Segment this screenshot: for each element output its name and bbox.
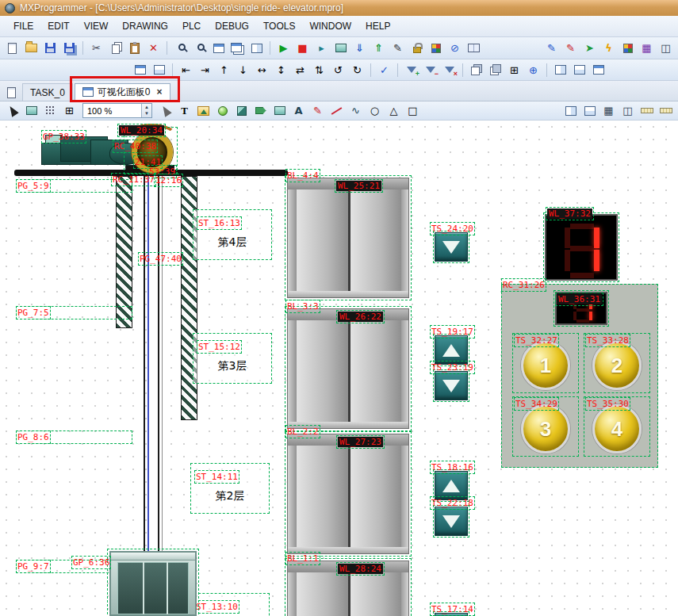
label-ts18[interactable]: TS_18:16 — [431, 462, 473, 473]
menu-drawing[interactable]: DRAWING — [115, 17, 175, 35]
distribute-vertical-button[interactable]: ⇅ — [310, 62, 328, 78]
part-tool-button[interactable] — [232, 102, 251, 119]
distribute-horizontal-button[interactable]: ⇄ — [291, 62, 309, 78]
label-wl26[interactable]: WL_26:22 — [338, 312, 383, 322]
design-canvas[interactable]: GP_38:33 WL_20:34 RC_40:38 21:41 53:39 R… — [0, 121, 678, 616]
dock-float-button[interactable] — [589, 62, 607, 78]
rect-tool-button[interactable]: □ — [404, 102, 422, 119]
label-ts24[interactable]: TS_24:20 — [431, 224, 473, 234]
pane-b-button[interactable] — [150, 62, 168, 78]
label-pg8[interactable]: PG_8:6 — [17, 432, 49, 442]
label-12-16[interactable]: 12:16 — [155, 175, 182, 186]
car-call-button-3[interactable]: 3 — [521, 404, 570, 453]
find-button[interactable] — [171, 40, 190, 56]
group-button[interactable]: ⊞ — [505, 62, 523, 78]
dock-left-button[interactable] — [551, 62, 569, 78]
find-next-button[interactable] — [190, 40, 209, 56]
label-gp38[interactable]: GP_38:33 — [43, 132, 85, 142]
confirm-button[interactable]: ✓ — [375, 62, 393, 78]
stop-button[interactable]: ■ — [293, 40, 312, 56]
menu-file[interactable]: FILE — [6, 17, 40, 35]
send-back-button[interactable] — [486, 62, 504, 78]
label-wl27[interactable]: WL_27:23 — [338, 437, 383, 447]
label-wl37[interactable]: WL_37:32 — [547, 209, 592, 219]
label-bl4[interactable]: BL_4:4 — [287, 170, 319, 181]
label-tool-button[interactable]: A — [289, 102, 308, 119]
table-view2-button[interactable]: ◫ — [619, 102, 637, 119]
polygon-tool-button[interactable]: △ — [385, 102, 403, 119]
open-button[interactable] — [22, 40, 40, 56]
label-rc11[interactable]: RC_11:37 — [113, 174, 155, 185]
label-pg7[interactable]: PG_7:5 — [17, 308, 49, 318]
write-plc-button[interactable]: ⇓ — [350, 40, 369, 56]
spin-down-icon[interactable]: ▼ — [142, 110, 151, 117]
paste-button[interactable] — [125, 40, 144, 56]
select-tool-button[interactable] — [3, 102, 21, 119]
rotate-left-button[interactable]: ↺ — [329, 62, 347, 78]
bring-front-button[interactable] — [467, 62, 485, 78]
image-tool-button[interactable] — [194, 102, 213, 119]
car-call-button-1[interactable]: 1 — [521, 341, 570, 390]
table2-button[interactable]: ◫ — [657, 40, 675, 56]
tab-close-button[interactable]: × — [157, 86, 163, 98]
menu-view[interactable]: VIEW — [77, 17, 116, 35]
app-icon[interactable] — [5, 3, 15, 13]
elevator-door-2[interactable] — [287, 434, 409, 554]
center-vertical-button[interactable]: ↕ — [272, 62, 290, 78]
pointer-green-button[interactable]: ➤ — [580, 40, 599, 56]
center-horizontal-button[interactable]: ↔ — [253, 62, 271, 78]
menu-edit[interactable]: EDIT — [40, 17, 76, 35]
table-button[interactable]: ▦ — [638, 40, 656, 56]
rotate-right-button[interactable]: ↻ — [348, 62, 366, 78]
hall-call-down-f2[interactable] — [435, 507, 468, 536]
help-button[interactable] — [465, 40, 483, 56]
label-pg5[interactable]: PG_5:9 — [17, 181, 49, 191]
read-plc-button[interactable]: ⇑ — [370, 40, 388, 56]
monitor-button[interactable] — [331, 40, 350, 56]
zoom-spinner[interactable]: ▲ ▼ — [141, 104, 151, 117]
delete-button[interactable]: ✕ — [144, 40, 163, 56]
filter-clear-button[interactable]: × — [440, 62, 458, 78]
ellipse-tool-button[interactable]: ○ — [366, 102, 384, 119]
menu-plc[interactable]: PLC — [175, 17, 208, 35]
floor-box-4[interactable]: ST_16:13 第4层 — [193, 209, 272, 260]
bolt-button[interactable]: ϟ — [599, 40, 618, 56]
device-registers-button[interactable] — [427, 40, 445, 56]
label-gp6[interactable]: GP_6:36 — [73, 557, 109, 568]
label-wl28[interactable]: WL_28:24 — [338, 564, 383, 574]
view-split-h-button[interactable] — [580, 102, 599, 119]
align-bottom-button[interactable]: ↓ — [234, 62, 252, 78]
align-top-button[interactable]: ↑ — [215, 62, 233, 78]
scale-button[interactable] — [657, 102, 675, 119]
tile-windows-button[interactable] — [247, 40, 266, 56]
new-screen-button[interactable] — [22, 102, 40, 119]
hall-call-up-f3[interactable] — [435, 335, 468, 365]
filter-add-button[interactable]: + — [402, 62, 420, 78]
zoom-select[interactable]: 100 % ▲ ▼ — [82, 103, 152, 118]
menu-window[interactable]: WINDOW — [302, 17, 358, 35]
pane-a-button[interactable] — [131, 62, 149, 78]
label-wl20[interactable]: WL_20:34 — [119, 125, 164, 136]
pen-red-button[interactable]: ✎ — [561, 40, 580, 56]
ruler-button[interactable] — [638, 102, 656, 119]
cascade-windows-button[interactable] — [228, 40, 247, 56]
car-call-button-2[interactable]: 2 — [592, 341, 642, 390]
new-file-button[interactable] — [3, 40, 21, 56]
palette-button[interactable] — [619, 40, 637, 56]
snap-toggle-button[interactable]: ⊞ — [60, 102, 79, 119]
run-button[interactable]: ▶ — [274, 40, 293, 56]
elevator-car[interactable] — [109, 551, 197, 616]
floor-box-3[interactable]: ST_15:12 第3层 — [193, 333, 272, 384]
menu-debug[interactable]: DEBUG — [208, 17, 256, 35]
new-window-button[interactable] — [209, 40, 228, 56]
align-right-button[interactable]: ⇥ — [196, 62, 214, 78]
panel-list-button[interactable] — [2, 84, 21, 101]
table-view-button[interactable]: ▦ — [599, 102, 618, 119]
lock-button[interactable] — [408, 40, 426, 56]
lamp-tool-button[interactable] — [213, 102, 232, 119]
dock-bottom-button[interactable] — [570, 62, 588, 78]
tag-tool-button[interactable] — [251, 102, 270, 119]
floor-box-1[interactable]: ST_13:10 第1层 — [190, 593, 270, 616]
menu-help[interactable]: HELP — [358, 17, 397, 35]
pen-blue-button[interactable]: ✎ — [542, 40, 561, 56]
